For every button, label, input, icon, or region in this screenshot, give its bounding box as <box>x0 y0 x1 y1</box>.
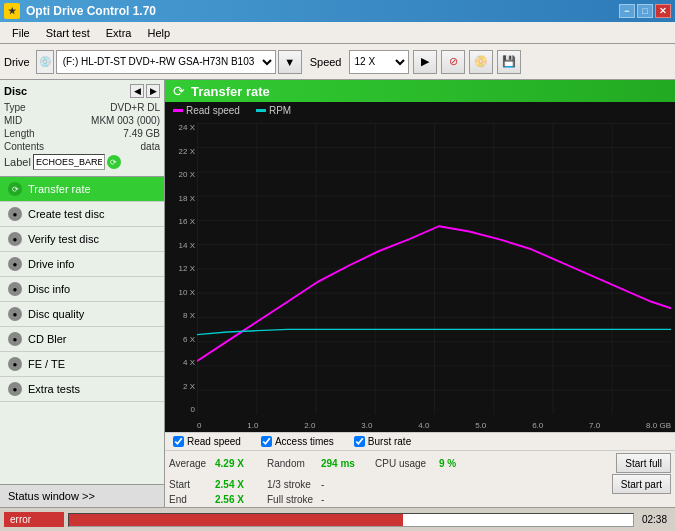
menu-extra[interactable]: Extra <box>98 25 140 41</box>
one-third-key: 1/3 stroke <box>267 479 317 490</box>
disc-contents-key: Contents <box>4 141 44 152</box>
x-label-4: 4.0 <box>418 421 429 430</box>
chart-svg-container: 24 X 22 X 20 X 18 X 16 X 14 X 12 X 10 X … <box>165 119 675 432</box>
y-label-12: 12 X <box>165 264 195 273</box>
cpu-usage-key: CPU usage <box>375 458 435 469</box>
nav-disc-info[interactable]: ● Disc info <box>0 277 164 302</box>
nav-extra-tests[interactable]: ● Extra tests <box>0 377 164 402</box>
checkbox-access-times-input[interactable] <box>261 436 272 447</box>
title-bar-left: ★ Opti Drive Control 1.70 <box>4 3 156 19</box>
status-window-label: Status window >> <box>8 490 95 502</box>
nav-icon-drive: ● <box>8 257 22 271</box>
menu-bar: File Start test Extra Help <box>0 22 675 44</box>
start-key: Start <box>169 479 211 490</box>
y-label-18: 18 X <box>165 194 195 203</box>
drive-label: Drive <box>4 56 30 68</box>
nav-drive-info[interactable]: ● Drive info <box>0 252 164 277</box>
nav-icon-create: ● <box>8 207 22 221</box>
nav-label-drive: Drive info <box>28 258 74 270</box>
status-bar: error 02:38 <box>0 507 675 531</box>
average-key: Average <box>169 458 211 469</box>
chart-svg <box>197 123 671 414</box>
start-full-button[interactable]: Start full <box>616 453 671 473</box>
drive-select[interactable]: (F:) HL-DT-ST DVD+-RW GSA-H73N B103 <box>56 50 276 74</box>
legend-rpm-label: RPM <box>269 105 291 116</box>
end-val: 2.56 X <box>215 494 263 505</box>
drive-icon: 💿 <box>36 50 54 74</box>
chart-plot-area: Read speed RPM <box>165 102 675 432</box>
save-button[interactable]: 💾 <box>497 50 521 74</box>
nav-cd-bler[interactable]: ● CD Bler <box>0 327 164 352</box>
x-label-3: 3.0 <box>361 421 372 430</box>
y-label-22: 22 X <box>165 147 195 156</box>
random-val: 294 ms <box>321 458 371 469</box>
speed-arrow-button[interactable]: ▶ <box>413 50 437 74</box>
disc-label-row: Label ⟳ <box>4 154 160 170</box>
nav-fe-te[interactable]: ● FE / TE <box>0 352 164 377</box>
checkbox-burst-rate-label: Burst rate <box>368 436 411 447</box>
disc-mid-val: MKM 003 (000) <box>91 115 160 126</box>
disc-type-val: DVD+R DL <box>110 102 160 113</box>
status-window-button[interactable]: Status window >> <box>0 484 164 507</box>
nav-create-test-disc[interactable]: ● Create test disc <box>0 202 164 227</box>
disc-label-input[interactable] <box>33 154 105 170</box>
x-axis: 0 1.0 2.0 3.0 4.0 5.0 6.0 7.0 8.0 GB <box>197 421 671 430</box>
checkbox-burst-rate-input[interactable] <box>354 436 365 447</box>
nav-icon-disc: ● <box>8 282 22 296</box>
start-part-button[interactable]: Start part <box>612 474 671 494</box>
checkbox-read-speed-input[interactable] <box>173 436 184 447</box>
burn-button[interactable]: 📀 <box>469 50 493 74</box>
menu-start-test[interactable]: Start test <box>38 25 98 41</box>
chart-title: Transfer rate <box>191 84 270 99</box>
nav-label-create: Create test disc <box>28 208 104 220</box>
legend-rpm-color <box>256 109 266 112</box>
checkbox-access-times[interactable]: Access times <box>261 436 334 447</box>
nav-disc-quality[interactable]: ● Disc quality <box>0 302 164 327</box>
nav-transfer-rate[interactable]: ⟳ Transfer rate <box>0 177 164 202</box>
drive-arrow-button[interactable]: ▼ <box>278 50 302 74</box>
label-refresh-icon[interactable]: ⟳ <box>107 155 121 169</box>
checkbox-burst-rate[interactable]: Burst rate <box>354 436 411 447</box>
x-label-8: 8.0 GB <box>646 421 671 430</box>
speed-label: Speed <box>310 56 342 68</box>
minimize-button[interactable]: − <box>619 4 635 18</box>
menu-file[interactable]: File <box>4 25 38 41</box>
y-label-8: 8 X <box>165 311 195 320</box>
disc-title: Disc <box>4 85 27 97</box>
disc-right-icon[interactable]: ▶ <box>146 84 160 98</box>
disc-panel: Disc ◀ ▶ Type DVD+R DL MID MKM 003 (000)… <box>0 80 164 177</box>
speed-select[interactable]: 12 X <box>349 50 409 74</box>
legend-read-speed-label: Read speed <box>186 105 240 116</box>
chart-header: ⟳ Transfer rate <box>165 80 675 102</box>
maximize-button[interactable]: □ <box>637 4 653 18</box>
erase-button[interactable]: ⊘ <box>441 50 465 74</box>
title-bar-controls: − □ ✕ <box>619 4 671 18</box>
y-label-20: 20 X <box>165 170 195 179</box>
disc-length-val: 7.49 GB <box>123 128 160 139</box>
nav-icon-quality: ● <box>8 307 22 321</box>
main-layout: Disc ◀ ▶ Type DVD+R DL MID MKM 003 (000)… <box>0 80 675 507</box>
sidebar-nav: ⟳ Transfer rate ● Create test disc ● Ver… <box>0 177 164 484</box>
y-label-0: 0 <box>165 405 195 414</box>
nav-icon-transfer: ⟳ <box>8 182 22 196</box>
legend-read-speed-color <box>173 109 183 112</box>
start-val: 2.54 X <box>215 479 263 490</box>
disc-left-icon[interactable]: ◀ <box>130 84 144 98</box>
chart-area: ⟳ Transfer rate Read speed RPM <box>165 80 675 507</box>
chart-legend: Read speed RPM <box>165 102 675 119</box>
x-label-6: 6.0 <box>532 421 543 430</box>
checkbox-read-speed[interactable]: Read speed <box>173 436 241 447</box>
y-label-14: 14 X <box>165 241 195 250</box>
nav-label-transfer: Transfer rate <box>28 183 91 195</box>
x-label-7: 7.0 <box>589 421 600 430</box>
menu-help[interactable]: Help <box>139 25 178 41</box>
app-title: Opti Drive Control 1.70 <box>26 4 156 18</box>
x-label-0: 0 <box>197 421 201 430</box>
checkbox-access-times-label: Access times <box>275 436 334 447</box>
y-label-24: 24 X <box>165 123 195 132</box>
start-part-container: Start part <box>443 474 671 494</box>
close-button[interactable]: ✕ <box>655 4 671 18</box>
nav-verify-test-disc[interactable]: ● Verify test disc <box>0 227 164 252</box>
chart-icon: ⟳ <box>173 83 185 99</box>
disc-length-key: Length <box>4 128 35 139</box>
